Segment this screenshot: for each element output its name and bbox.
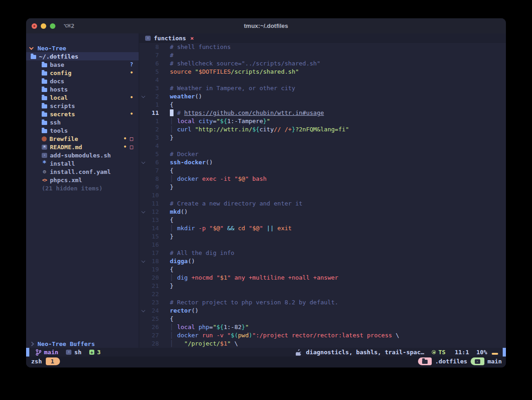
neotree-header[interactable]: Neo-Tree (26, 44, 139, 52)
code-line[interactable]: 21} (139, 282, 506, 290)
fold-chevron-icon[interactable] (141, 160, 145, 164)
gutter: 11 (139, 200, 170, 208)
minimize-button[interactable] (41, 23, 46, 29)
code-token: " (245, 324, 249, 330)
git-branch-name: main (44, 349, 58, 356)
gutter: 27 (139, 331, 170, 340)
tab-functions[interactable]: functions (154, 35, 186, 42)
code-line[interactable]: 4 (139, 142, 506, 150)
tree-item-readme-md[interactable]: MREADME.md•□ (26, 143, 139, 151)
tree-item-install[interactable]: *install (26, 159, 139, 168)
code-line[interactable]: 22 (139, 290, 506, 298)
fold-chevron-icon[interactable] (141, 210, 145, 213)
code-token: # Create a new directory and enter it (170, 200, 303, 207)
code-token: │ (170, 118, 174, 124)
tree-item-hosts[interactable]: hosts (26, 85, 139, 93)
code-line[interactable]: 1│ local city="${1:-Tampere}" (139, 117, 506, 125)
code-token: // /+ (274, 126, 292, 133)
code-line[interactable]: 7{ (139, 167, 506, 175)
code-text: # Weather in Tampere, or other city (170, 84, 295, 92)
code-token: " (245, 225, 252, 232)
git-untracked-icon: ? (130, 61, 133, 68)
code-line[interactable]: 2│ curl "http://wttr.in/${city// /+}?2nF… (139, 125, 506, 134)
code-line[interactable]: 19{ (139, 265, 506, 274)
code-line[interactable]: 15} (139, 232, 506, 241)
code-line[interactable]: 4 (139, 76, 506, 84)
fold-chevron-icon[interactable] (141, 94, 145, 98)
code-area[interactable]: 8# shell functions7#6# shellcheck source… (139, 43, 506, 348)
tree-item-ssh[interactable]: ssh (26, 118, 139, 126)
code-token (174, 175, 177, 182)
line-number: 14 (152, 224, 159, 232)
code-token: │ (170, 175, 174, 182)
tree-item-local[interactable]: local• (26, 93, 139, 102)
tree-item-phpcs-xml[interactable]: <>phpcs.xml (26, 176, 139, 184)
tree-item--21-hidden-items-[interactable]: (21 hidden items) (26, 184, 139, 192)
gutter: 16 (139, 241, 170, 249)
tree-item-secrets[interactable]: secrets• (26, 110, 139, 118)
code-line[interactable]: 20│ dig +nocmd "$1" any +multiline +noal… (139, 274, 506, 282)
code-line[interactable]: 6ssh-docker() (139, 158, 506, 167)
tree-item-config[interactable]: config• (26, 69, 139, 77)
neotree-buffers-header[interactable]: Neo-Tree Buffers (26, 340, 139, 348)
fold-chevron-icon[interactable] (141, 308, 145, 312)
fold-chevron-icon[interactable] (141, 259, 145, 263)
code-line[interactable]: 13{ (139, 216, 506, 224)
treesitter-status: TS (432, 349, 446, 356)
apple-icon (296, 349, 301, 356)
code-line[interactable]: 18digga() (139, 257, 506, 265)
code-line[interactable]: 14│ mkdir -p "$@" && cd "$@" || exit (139, 224, 506, 232)
tab-close-icon[interactable]: × (190, 35, 194, 42)
code-line[interactable]: 11 # https://github.com/chubin/wttr.in#u… (139, 109, 506, 117)
code-line[interactable]: 25{ (139, 315, 506, 323)
code-line[interactable]: 8# shell functions (139, 43, 506, 51)
code-line[interactable]: 5source "$DOTFILES/scripts/shared.sh" (139, 68, 506, 76)
code-line[interactable]: 1{ (139, 101, 506, 109)
code-line[interactable]: 8│ docker exec -it "$@" bash (139, 175, 506, 183)
code-line[interactable]: 6# shellcheck source="../scripts/shared.… (139, 59, 506, 68)
code-line[interactable]: 10 (139, 191, 506, 200)
tmux-window-badge[interactable]: 1 (46, 357, 60, 365)
code-line[interactable]: 28│ "/project/$1" \ (139, 340, 506, 348)
tree-item-install-conf-yaml[interactable]: ⚙install.conf.yaml (26, 168, 139, 176)
tree-item--dotfiles[interactable]: ~/.dotfiles (26, 52, 139, 60)
line-number: 23 (152, 298, 159, 307)
code-line[interactable]: 9} (139, 183, 506, 191)
code-token: │ (170, 274, 174, 281)
code-line[interactable]: 3} (139, 134, 506, 142)
tree-item-docs[interactable]: docs (26, 77, 139, 85)
code-line[interactable]: 12mkd() (139, 208, 506, 216)
code-text: │ curl "http://wttr.in/${city// /+}?2nFQ… (170, 125, 349, 134)
code-line[interactable]: 27│ docker run -v "$(pwd)":/project rect… (139, 331, 506, 340)
tree-item-brewfile[interactable]: Brewfile•□ (26, 135, 139, 143)
tree-item-add-submodules-sh[interactable]: ›add-submodules.sh (26, 151, 139, 159)
code-token: \ (396, 332, 399, 339)
code-line[interactable]: 2weather() (139, 92, 506, 101)
tree-item-tools[interactable]: tools (26, 126, 139, 135)
traffic-lights (32, 23, 55, 29)
code-token: 1:-82 (223, 324, 241, 330)
tree-item-scripts[interactable]: scripts (26, 102, 139, 110)
code-line[interactable]: 17# All the dig info (139, 249, 506, 257)
close-button[interactable] (32, 23, 37, 29)
code-line[interactable]: 23# Rector project to php version 8.2 by… (139, 298, 506, 307)
code-line[interactable]: 24rector() (139, 307, 506, 315)
line-number: 20 (152, 274, 159, 282)
code-token: run -v " (199, 332, 231, 339)
zoom-button[interactable] (50, 23, 55, 29)
code-line[interactable]: 11# Create a new directory and enter it (139, 200, 506, 208)
line-number: 1 (155, 101, 159, 109)
code-token: { (170, 266, 174, 273)
window-shortcut: ⌥⌘2 (64, 22, 74, 29)
gutter: 7 (139, 51, 170, 59)
neotree-sidebar: Neo-Tree ~/.dotfilesbase?config•docshost… (26, 33, 139, 348)
code-line[interactable]: 7# (139, 51, 506, 59)
code-line[interactable]: 3# Weather in Tampere, or other city (139, 84, 506, 92)
code-text: source "$DOTFILES/scripts/shared.sh" (170, 68, 299, 76)
tree-item-base[interactable]: base? (26, 60, 139, 69)
tmux-directory-badge (418, 357, 432, 365)
code-line[interactable]: 5# Docker (139, 150, 506, 158)
code-line[interactable]: 16 (139, 241, 506, 249)
code-token (174, 118, 177, 124)
code-line[interactable]: 26│ local php="${1:-82}" (139, 323, 506, 331)
